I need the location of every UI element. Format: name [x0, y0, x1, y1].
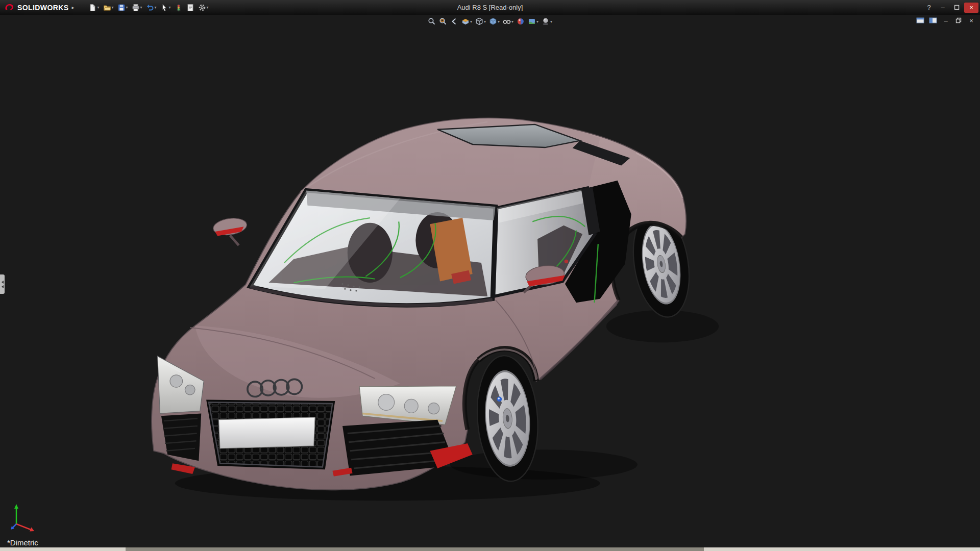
maximize-button[interactable]: [950, 3, 963, 13]
options-button[interactable]: ▾: [197, 2, 210, 13]
panel-splitter-tab[interactable]: [0, 274, 5, 294]
window-title: Audi R8 S [Read-only]: [457, 4, 523, 11]
save-icon: [117, 4, 126, 12]
rebuild-button[interactable]: [174, 2, 184, 13]
graphics-area[interactable]: ▾ ▾ ▾ ▾ ▾ ▾ –: [0, 15, 980, 547]
doc-minimize-button[interactable]: –: [941, 16, 950, 24]
doc-close-button[interactable]: ×: [967, 16, 976, 24]
collapse-arrow-icon: [2, 281, 4, 284]
display-style-icon: [489, 17, 497, 26]
open-button[interactable]: ▾: [102, 2, 115, 13]
section-view-icon: [461, 17, 470, 26]
maximize-icon: [954, 5, 960, 10]
hide-show-glasses-icon: [503, 17, 511, 26]
print-icon: [132, 4, 140, 12]
model-audi-r8[interactable]: [0, 15, 980, 547]
options-gear-icon: [198, 4, 206, 12]
right-intake[interactable]: [342, 420, 449, 476]
view-settings-button[interactable]: ▾: [541, 16, 553, 27]
section-view-button[interactable]: ▾: [460, 16, 473, 27]
new-document-icon: [88, 4, 96, 12]
zoom-to-fit-button[interactable]: [427, 16, 437, 27]
rebuild-stoplight-icon: [175, 4, 183, 12]
brand-name: SOLIDWORKS: [17, 4, 68, 12]
license-plate[interactable]: [219, 417, 315, 448]
restore-icon: [955, 17, 962, 23]
hide-show-items-button[interactable]: ▾: [502, 16, 514, 27]
previous-view-button[interactable]: [449, 16, 459, 27]
file-properties-icon: [186, 4, 194, 12]
edit-appearance-ball-icon: [517, 17, 525, 26]
save-button[interactable]: ▾: [116, 2, 129, 13]
dassault-logo: [4, 3, 14, 13]
status-bar: [0, 547, 980, 551]
orientation-triad[interactable]: [8, 502, 44, 535]
zoom-to-area-icon: [439, 17, 447, 26]
status-scrollbar[interactable]: [126, 547, 704, 551]
doc-restore-button[interactable]: [954, 16, 963, 24]
app-brand: SOLIDWORKS ▸: [0, 3, 78, 13]
apply-scene-button[interactable]: ▾: [527, 16, 540, 27]
window-controls: ? – ×: [923, 0, 978, 15]
pane-window-icon[interactable]: [916, 16, 925, 24]
view-orientation-label: *Dimetric: [7, 538, 38, 547]
select-cursor-icon: [160, 4, 168, 12]
heads-up-view-toolbar: ▾ ▾ ▾ ▾ ▾ ▾: [427, 16, 553, 27]
display-style-button[interactable]: ▾: [488, 16, 501, 27]
zoom-to-area-button[interactable]: [438, 16, 448, 27]
interior-through-windshield: [250, 190, 496, 296]
view-settings-icon: [542, 17, 550, 26]
help-button[interactable]: ?: [923, 3, 935, 13]
print-button[interactable]: ▾: [131, 2, 143, 13]
quick-access-toolbar: ▾ ▾ ▾ ▾ ▾ ▾ ▾: [87, 2, 209, 13]
pane-window-icon[interactable]: [928, 16, 938, 24]
view-orientation-button[interactable]: ▾: [474, 16, 487, 27]
collapse-arrow-icon: [2, 285, 4, 288]
document-window-controls: – ×: [916, 16, 976, 24]
previous-view-icon: [450, 17, 458, 26]
minimize-button[interactable]: –: [937, 3, 949, 13]
apply-scene-icon: [528, 17, 536, 26]
view-orientation-cube-icon: [475, 17, 483, 26]
undo-icon: [146, 4, 154, 12]
left-mirror[interactable]: [212, 216, 248, 245]
select-button[interactable]: ▾: [159, 2, 172, 13]
open-folder-icon: [103, 4, 111, 12]
edit-appearance-button[interactable]: [516, 16, 526, 27]
new-document-button[interactable]: ▾: [87, 2, 100, 13]
zoom-to-fit-icon: [428, 17, 436, 26]
close-button[interactable]: ×: [964, 3, 978, 13]
file-properties-button[interactable]: [185, 2, 195, 13]
undo-button[interactable]: ▾: [145, 2, 158, 13]
titlebar: SOLIDWORKS ▸ ▾ ▾ ▾ ▾ ▾ ▾: [0, 0, 980, 15]
app-menu-arrow-icon[interactable]: ▸: [71, 5, 74, 10]
